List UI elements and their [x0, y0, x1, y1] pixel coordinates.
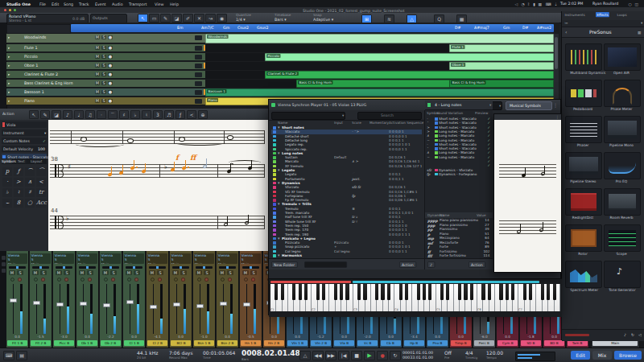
mute-button[interactable]: M: [196, 270, 202, 275]
pointer-icon[interactable]: ↖: [29, 110, 39, 119]
plugin-thumbnail[interactable]: [604, 224, 641, 252]
volume-icon[interactable]: ◁: [515, 2, 518, 6]
track-header-bass-clarinet-eng-horn[interactable]: ▸Bass Clarinet & Eng HornMS●: [6, 80, 205, 88]
pan-thumb[interactable]: [86, 266, 89, 269]
black-key[interactable]: [499, 284, 502, 300]
monitor-button[interactable]: ●: [108, 46, 113, 50]
keyswitch-action-dropdown[interactable]: Action: [469, 261, 485, 268]
channel-label[interactable]: Vln 2 B: [311, 340, 331, 346]
dialog-header[interactable]: Vienna Synchron Player 01 - 05 Violas 13…: [269, 100, 560, 111]
pan-control[interactable]: [9, 266, 26, 269]
solo-button[interactable]: S: [101, 64, 106, 68]
pan-control[interactable]: [149, 266, 166, 269]
mute-button[interactable]: M: [56, 270, 62, 275]
column-header-score[interactable]: Score: [352, 121, 361, 125]
mixer-strip-flt-1-b[interactable]: Vienna SMainMS0.0Flt 1 B: [6, 251, 29, 348]
piano-keys[interactable]: C1C2C3C4C5C6C7: [270, 284, 560, 311]
plugin-tile-room-reverb[interactable]: Room Reverb: [604, 188, 641, 221]
caret-down-icon[interactable]: ▾: [278, 236, 280, 241]
score-symbol--[interactable]: ∧: [25, 178, 35, 187]
menu-item-audio[interactable]: Audio: [112, 2, 123, 6]
mute-button[interactable]: M: [95, 90, 100, 94]
solo-button[interactable]: S: [101, 72, 106, 76]
monitor-knob[interactable]: [221, 278, 225, 282]
eraser-icon[interactable]: ◪: [52, 110, 61, 119]
solo-button[interactable]: S: [40, 270, 47, 275]
score-symbol-acc[interactable]: Acc: [36, 199, 46, 208]
monitor-knob[interactable]: [80, 278, 85, 282]
solo-button[interactable]: S: [101, 46, 106, 50]
view-button-mix[interactable]: Mix: [592, 351, 612, 360]
black-key[interactable]: [417, 284, 420, 300]
browser-tab-effects[interactable]: Effects: [596, 12, 609, 17]
channel-label[interactable]: SD B: [521, 340, 541, 346]
main-label[interactable]: Main: [592, 340, 638, 346]
record-knob[interactable]: [251, 278, 255, 282]
solo-button[interactable]: S: [101, 90, 106, 94]
bars-display[interactable]: 0008.02.01.48: [242, 349, 300, 357]
clip-lane-piccolo[interactable]: Piccolo: [205, 53, 554, 61]
collapse-caret-icon[interactable]: ▸: [8, 98, 10, 102]
insert-slot[interactable]: Vienna SMain: [194, 253, 214, 264]
preroll-group[interactable]: Off Pre: [444, 350, 452, 361]
monitor-knob[interactable]: [151, 278, 155, 282]
monitor-button[interactable]: ●: [108, 99, 113, 103]
collapse-caret-icon[interactable]: ▸: [8, 80, 10, 84]
plugin-tile-spectrum-meter[interactable]: Spectrum Meter: [565, 261, 602, 294]
tuplet-icon[interactable]: 3: [153, 110, 163, 119]
black-key[interactable]: [405, 284, 408, 300]
instrument-dropdown[interactable]: Instrument ▾: [2, 130, 47, 136]
arrange-scrollbar[interactable]: [554, 34, 559, 109]
zoom-icon[interactable]: ⊕: [198, 110, 208, 119]
dynamics-icon[interactable]: ƒ: [175, 110, 185, 119]
black-key[interactable]: [488, 284, 491, 300]
keyswitch-header[interactable]: 4 - Long notes ▾: [425, 101, 493, 110]
play-icon[interactable]: ▶: [364, 351, 375, 360]
mixer-outputs-icon[interactable]: [2, 269, 6, 273]
window-menu-icon[interactable]: ⋮: [555, 114, 559, 118]
paint-tool-icon[interactable]: ✐: [183, 14, 193, 23]
menu-item-view[interactable]: View: [155, 2, 163, 6]
insert-slot[interactable]: Vienna SMain: [124, 253, 144, 264]
channel-label[interactable]: Bsn 2 B: [217, 340, 237, 346]
audio-clip[interactable]: Clarinet & Flute 2: [265, 71, 554, 79]
pan-control[interactable]: [196, 266, 213, 269]
clip-lane-bass-clarinet-eng-horn[interactable]: Bass Cl & Eng HornBass Cl & Eng Horn: [205, 80, 554, 88]
clip-lane-oboe-1[interactable]: Oboe 1: [205, 62, 554, 70]
menu-item-file[interactable]: File: [39, 2, 46, 6]
black-key[interactable]: [446, 284, 449, 300]
caret-down-icon[interactable]: ▾: [278, 253, 280, 257]
tie-icon[interactable]: ⌒: [108, 110, 118, 119]
monitor-button[interactable]: ●: [108, 35, 113, 39]
insert-slot[interactable]: Vienna SMain: [77, 253, 97, 264]
channel-label[interactable]: Vln 1 B: [287, 340, 308, 346]
score-canvas[interactable]: 38♯♭fff44♭: [48, 120, 268, 251]
mixer-strip-bcl-b[interactable]: Vienna SMainMS0.0BCl B: [170, 251, 192, 348]
tempo-group[interactable]: 120.00 Tempo: [486, 350, 503, 361]
display-icon[interactable]: ▦: [539, 2, 543, 6]
spotlight-icon[interactable]: ○: [629, 2, 632, 6]
monitor-button[interactable]: ●: [108, 72, 113, 76]
black-key[interactable]: [299, 284, 302, 300]
channel-label[interactable]: Flt 2 B: [31, 340, 51, 346]
pan-control[interactable]: [172, 266, 189, 269]
score-symbol--[interactable]: ·: [2, 178, 12, 187]
insert-slot[interactable]: Vienna SMain: [217, 253, 237, 264]
clip-lane-woodwinds[interactable]: Woodwinds: [205, 34, 554, 43]
channel-label[interactable]: Cl 2 B: [147, 340, 167, 346]
caret-down-icon[interactable]: ▾: [278, 150, 280, 155]
black-key[interactable]: [322, 284, 325, 300]
mute-button[interactable]: M: [9, 270, 15, 275]
track-header-clarinet-flute-2[interactable]: ▸Clarinet & Flute 2MS●: [6, 71, 205, 79]
menu-item-studio-one[interactable]: Studio One: [6, 2, 31, 6]
ruler-position-box[interactable]: [6, 24, 71, 34]
loop-end[interactable]: 00033.01.01.00: [402, 355, 433, 360]
collapse-caret-icon[interactable]: ▸: [8, 54, 10, 58]
dyn-column-value[interactable]: Value: [477, 213, 486, 217]
rewind-icon[interactable]: ◀◀: [312, 351, 324, 360]
fast-forward-icon[interactable]: ▶▶: [325, 351, 336, 360]
record-knob[interactable]: [111, 278, 115, 282]
fader-handle[interactable]: [56, 302, 64, 306]
monitor-knob[interactable]: [174, 278, 178, 282]
track-header-bassoon-1[interactable]: ▸Bassoon 1MS●: [6, 88, 205, 97]
